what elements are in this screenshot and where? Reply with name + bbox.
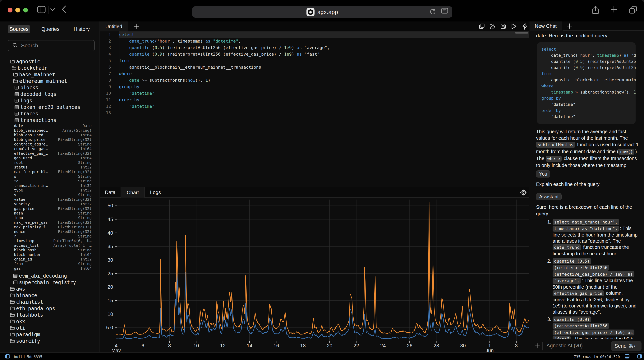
tree-item-blocks[interactable]: blocks (0, 84, 100, 91)
share-icon[interactable] (592, 6, 599, 15)
column-row[interactable]: fromString (0, 262, 100, 266)
tree-item-agnostic[interactable]: agnostic (0, 58, 100, 65)
column-row[interactable]: cumulative_gas…Int64 (0, 146, 100, 151)
editor-line-9[interactable]: 9group by (100, 84, 529, 90)
tree-item-chainlist[interactable]: chainlist (0, 299, 100, 305)
chat-attach-icon[interactable] (534, 343, 540, 350)
editor-line-13[interactable]: 13 (100, 110, 529, 116)
editor-scrollbar[interactable] (515, 32, 528, 34)
format-query-icon[interactable] (490, 24, 496, 29)
column-row[interactable]: sString (0, 174, 100, 179)
editor-line-2[interactable]: 2 date_trunc('hour', timestamp) as "date… (100, 38, 529, 44)
column-row[interactable]: max_fee_per_gasFixedString(32) (0, 220, 100, 225)
new-chat-button[interactable] (564, 22, 575, 31)
new-query-tab-button[interactable] (130, 22, 142, 31)
panel-right-toggle-icon[interactable] (637, 354, 642, 359)
panel-bottom-toggle-icon[interactable] (625, 354, 630, 359)
editor-line-10[interactable]: 10 "datetime" (100, 90, 529, 96)
send-button[interactable]: Send ⌘↵ (611, 341, 642, 351)
address-bar[interactable]: agx.app (192, 6, 452, 18)
column-row[interactable]: effective_gas_…FixedString(32) (0, 151, 100, 156)
column-row[interactable]: access_listArray(Tuple(`1` … (0, 243, 100, 248)
column-row[interactable]: transaction_in…Int32 (0, 183, 100, 188)
chat-tab-new-chat[interactable]: New Chat (530, 22, 562, 31)
column-row[interactable]: rootString (0, 160, 100, 165)
reader-view-icon[interactable] (441, 8, 448, 16)
tree-item-transactions[interactable]: transactions (0, 117, 100, 124)
column-row[interactable]: typeInt32 (0, 188, 100, 192)
column-row[interactable]: block_numberInt64 (0, 252, 100, 257)
column-row[interactable]: yParityInt32 (0, 202, 100, 206)
editor-line-12[interactable]: 12 "datetime" (100, 103, 529, 110)
results-chart[interactable]: 5.01015202530354045504May681012141618202… (100, 198, 529, 352)
tree-item-aws[interactable]: aws (0, 286, 100, 292)
traffic-light-minimize-button[interactable] (15, 8, 20, 12)
results-tab-data[interactable]: Data (100, 187, 121, 197)
column-row[interactable]: vString (0, 192, 100, 197)
column-row[interactable]: blob_versioned…Array(String) (0, 128, 100, 133)
editor-line-6[interactable]: 6 agnostic__blockchain__ethereum_mainnet… (100, 64, 529, 70)
column-row[interactable]: inputString (0, 216, 100, 220)
tree-item-evm_abi_decoding[interactable]: evm_abi_decoding (0, 272, 100, 279)
tabs-overview-icon[interactable] (629, 6, 637, 15)
column-row[interactable]: statusInt32 (0, 165, 100, 170)
tree-item-blockchain[interactable]: blockchain (0, 65, 100, 71)
editor-line-1[interactable]: 1select (100, 32, 529, 38)
column-row[interactable]: blob_gas_usedInt64 (0, 133, 100, 137)
column-row[interactable]: contract_addre…String (0, 142, 100, 146)
tree-item-base_mainnet[interactable]: base_mainnet (0, 71, 100, 78)
tree-item-traces[interactable]: traces (0, 110, 100, 117)
column-row[interactable]: valueFixedString(32) (0, 197, 100, 202)
column-row[interactable]: blob_gas_priceFixedString(32) (0, 137, 100, 142)
traffic-light-close-button[interactable] (8, 8, 12, 12)
column-row[interactable]: timestampDateTime64(6, 'U… (0, 238, 100, 243)
sidebar-tab-sources[interactable]: Sources (8, 25, 30, 33)
editor-line-8[interactable]: 8 date >= subtractMonths(now(), 1) (100, 77, 529, 84)
results-tab-chart[interactable]: Chart (121, 187, 145, 198)
chat-input-placeholder[interactable]: Agnostic AI (v0) (546, 343, 583, 349)
sidebar-chevron-down-icon[interactable] (50, 8, 55, 12)
tree-item-ethereum_mainnet[interactable]: ethereum_mainnet (0, 78, 100, 84)
column-row[interactable]: nonceFixedString(32) (0, 229, 100, 234)
results-tab-logs[interactable]: Logs (145, 187, 166, 197)
column-row[interactable]: block_hashString (0, 248, 100, 252)
column-row[interactable]: chain_idInt32 (0, 257, 100, 262)
editor-line-3[interactable]: 3 quantile (0.5) (reinterpretAsUInt256 (… (100, 44, 529, 51)
column-row[interactable]: rString (0, 234, 100, 238)
tree-item-eth_panda_ops[interactable]: eth_panda_ops (0, 305, 100, 312)
editor-line-4[interactable]: 4 quantile (0.9) (reinterpretAsUInt256 (… (100, 51, 529, 58)
tree-item-oli[interactable]: oli (0, 325, 100, 331)
run-query-icon[interactable] (511, 24, 517, 29)
sql-editor[interactable]: 1select2 date_trunc('hour', timestamp) a… (100, 32, 529, 187)
panel-left-toggle-icon[interactable] (5, 354, 10, 359)
chat-messages[interactable]: Sure, I can modify the query to use the … (530, 31, 644, 339)
column-row[interactable]: gasInt64 (0, 266, 100, 271)
editor-line-7[interactable]: 7where (100, 70, 529, 77)
run-selection-icon[interactable] (522, 24, 528, 29)
copy-query-icon[interactable] (479, 24, 485, 29)
tree-item-decoded_logs[interactable]: decoded_logs (0, 91, 100, 98)
column-row[interactable]: hashString (0, 211, 100, 216)
save-query-icon[interactable] (500, 24, 506, 29)
column-row[interactable]: max_fee_per_bl…FixedString(32) (0, 170, 100, 174)
tree-item-binance[interactable]: binance (0, 292, 100, 299)
column-row[interactable]: max_priority_f…FixedString(32) (0, 225, 100, 229)
chart-settings-gear-icon[interactable] (520, 189, 527, 196)
browser-sidebar-toggle-icon[interactable] (37, 6, 46, 14)
editor-line-5[interactable]: 5from (100, 58, 529, 64)
tree-item-paradigm[interactable]: paradigm (0, 331, 100, 338)
search-input[interactable]: Search... (8, 40, 95, 51)
back-button-icon[interactable] (61, 5, 66, 14)
editor-line-11[interactable]: 11order by (100, 96, 529, 103)
tree-item-logs[interactable]: logs (0, 98, 100, 104)
sidebar-tab-history[interactable]: History (70, 25, 93, 33)
column-row[interactable]: dateDate (0, 124, 100, 128)
column-row[interactable]: gas_usedInt64 (0, 156, 100, 160)
column-row[interactable]: toString (0, 179, 100, 183)
sidebar-tab-queries[interactable]: Queries (39, 25, 62, 33)
tree-item-token_erc20_balances[interactable]: token_erc20_balances (0, 104, 100, 110)
editor-tab-untitled[interactable]: Untitled (100, 22, 128, 32)
tree-item-okx[interactable]: okx (0, 318, 100, 325)
column-row[interactable]: gas_priceFixedString(32) (0, 206, 100, 211)
traffic-light-zoom-button[interactable] (23, 8, 28, 12)
